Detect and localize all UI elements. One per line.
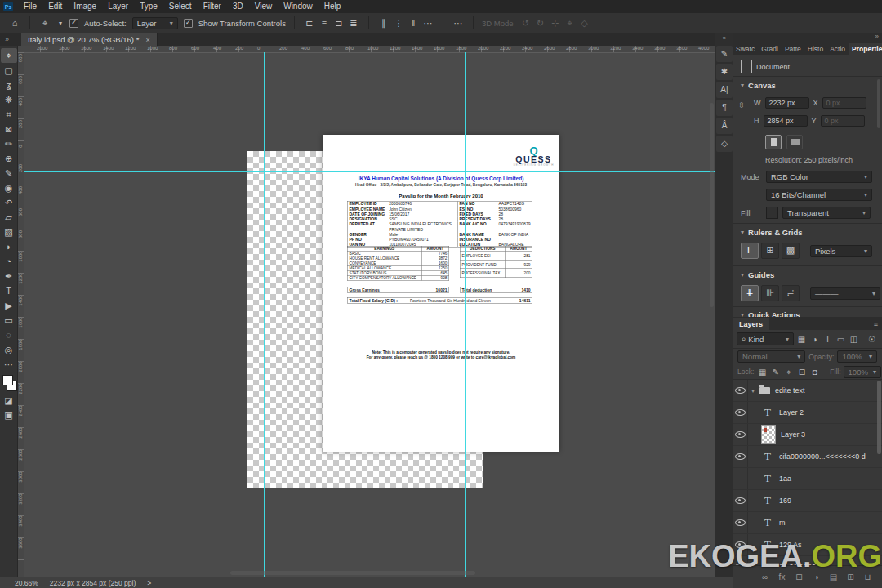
layer-name[interactable]: edite text: [775, 386, 805, 394]
color-swatches[interactable]: [0, 373, 18, 393]
distribute-left-icon[interactable]: ∥: [377, 18, 390, 29]
chevron-down-icon[interactable]: ▾: [741, 271, 744, 278]
rulers-grids-section-header[interactable]: Rulers & Grids: [748, 228, 803, 237]
path-selection-tool[interactable]: ▶: [1, 298, 17, 313]
tab-layers[interactable]: Layers: [733, 318, 769, 330]
menu-item[interactable]: 3D: [227, 0, 249, 13]
toggle-guides-icon[interactable]: ⋕: [741, 285, 759, 301]
eyedropper-tool[interactable]: ✏: [1, 136, 17, 151]
tab-actions[interactable]: Actio: [826, 43, 849, 55]
chevron-down-icon[interactable]: ▾: [57, 20, 64, 27]
menu-item[interactable]: View: [249, 0, 278, 13]
expand-panels-icon[interactable]: »: [5, 35, 9, 43]
tab-properties[interactable]: Properties: [849, 43, 882, 55]
menu-item[interactable]: Image: [68, 0, 102, 13]
fill-swatch[interactable]: [766, 207, 778, 219]
close-icon[interactable]: ×: [145, 36, 149, 44]
history-brush-tool[interactable]: ↶: [1, 195, 17, 210]
layer-visibility-toggle[interactable]: [733, 446, 748, 467]
layer-row[interactable]: Layer 3: [733, 424, 882, 446]
layer-name[interactable]: 169: [779, 497, 791, 505]
distribute-right-icon[interactable]: ‖: [407, 18, 420, 29]
filter-toggle-icon[interactable]: ☉: [866, 333, 878, 345]
opacity-field[interactable]: 100% ▾: [837, 350, 877, 363]
align-left-edges-icon[interactable]: ⊏: [303, 18, 316, 29]
menu-item[interactable]: Window: [278, 0, 318, 13]
quick-selection-tool[interactable]: ❋: [1, 92, 17, 107]
canvas-section-header[interactable]: Canvas: [748, 81, 776, 90]
canvas-area[interactable]: 2000180016001400120010008006004002000200…: [18, 46, 715, 577]
auto-select-context-dropdown[interactable]: Layer ▾: [132, 17, 178, 29]
vertical-guide[interactable]: [264, 52, 265, 577]
collapse-dock-icon[interactable]: »: [875, 33, 879, 40]
status-arrow-icon[interactable]: >: [147, 579, 151, 587]
horizontal-ruler[interactable]: 2000180016001400120010008006004002000200…: [18, 46, 715, 53]
align-horizontal-centers-icon[interactable]: ≡: [318, 18, 331, 29]
menu-item[interactable]: Layer: [102, 0, 134, 13]
dodge-tool[interactable]: ◔: [1, 254, 17, 269]
bit-depth-dropdown[interactable]: 16 Bits/Channel ▾: [766, 189, 872, 201]
layer-visibility-toggle[interactable]: [733, 402, 748, 423]
brush-settings-icon[interactable]: ✎: [716, 46, 733, 62]
menu-item[interactable]: Filter: [198, 0, 227, 13]
ruler-origin[interactable]: [18, 46, 24, 52]
tab-swatches[interactable]: Swatc: [733, 43, 758, 55]
layer-row[interactable]: T1aa: [733, 468, 882, 490]
tab-gradients[interactable]: Gradi: [758, 43, 782, 55]
height-field[interactable]: 2854 px: [764, 115, 808, 127]
filter-shape-layers-icon[interactable]: ▭: [835, 333, 847, 345]
canvas-fill-dropdown[interactable]: Transparent ▾: [782, 207, 871, 219]
3d-orbit-icon[interactable]: ↺: [519, 18, 532, 29]
delete-layer-icon[interactable]: ⊔: [862, 571, 874, 583]
marquee-tool[interactable]: ▢: [1, 63, 17, 78]
expand-dock-icon[interactable]: »: [715, 33, 733, 44]
ruler-units-dropdown[interactable]: Pixels ▾: [810, 245, 872, 257]
lock-pixels-icon[interactable]: ✎: [769, 366, 782, 378]
pen-tool[interactable]: ✒: [1, 269, 17, 283]
layer-row[interactable]: Tm: [733, 512, 882, 534]
zoom-tool[interactable]: ◎: [1, 342, 17, 357]
layer-visibility-toggle[interactable]: [733, 380, 748, 401]
vertical-scrollbar[interactable]: [710, 103, 714, 307]
photoshop-logo-icon[interactable]: Ps: [3, 2, 13, 11]
layer-visibility-toggle[interactable]: [733, 534, 748, 555]
vertical-ruler[interactable]: 8006004002000200400600800100012001400160…: [18, 52, 24, 577]
3d-slide-icon[interactable]: ⌖: [564, 18, 577, 29]
adjustment-layer-icon[interactable]: ◑: [810, 571, 822, 583]
hand-tool[interactable]: ◌: [1, 327, 17, 342]
menu-item[interactable]: Select: [163, 0, 198, 13]
rectangle-tool[interactable]: ▭: [1, 313, 17, 327]
lock-guides-icon[interactable]: ⊪: [761, 285, 779, 301]
layer-filter-dropdown[interactable]: ⌕ Kind ▾: [737, 332, 794, 345]
y-field[interactable]: 0 px: [821, 115, 865, 127]
frame-tool[interactable]: ⊠: [1, 122, 17, 136]
lasso-tool[interactable]: ʓ: [1, 78, 17, 92]
toggle-rulers-icon[interactable]: Γ: [741, 243, 759, 259]
distribute-center-icon[interactable]: ⋮: [392, 18, 405, 29]
menu-item[interactable]: Edit: [42, 0, 68, 13]
home-icon[interactable]: ⌂: [8, 18, 21, 28]
filter-pixel-layers-icon[interactable]: ▦: [795, 333, 808, 345]
lock-position-icon[interactable]: ⌖: [782, 366, 795, 378]
move-tool[interactable]: ⌖: [1, 48, 17, 63]
distribute-spacing-icon[interactable]: ⋯: [421, 18, 434, 29]
toggle-grid-icon[interactable]: ⊞: [761, 243, 779, 259]
layers-scrollbar[interactable]: [877, 381, 881, 454]
layer-name[interactable]: cifa0000000...<<<<<<<0 d: [779, 452, 866, 461]
gradient-tool[interactable]: ▨: [1, 225, 17, 239]
vertical-guide[interactable]: [466, 52, 466, 577]
zoom-level[interactable]: 20.66%: [15, 579, 38, 587]
layers-menu-icon[interactable]: ≡: [870, 318, 882, 330]
guides-section-header[interactable]: Guides: [748, 270, 774, 279]
blend-mode-dropdown[interactable]: Normal ▾: [737, 350, 805, 363]
clear-guides-icon[interactable]: ≓: [782, 285, 800, 301]
libraries-panel-icon[interactable]: ◇: [716, 136, 733, 152]
layer-name[interactable]: 129 As: [779, 541, 802, 549]
auto-select-checkbox[interactable]: ✓: [69, 19, 78, 28]
portrait-orientation-button[interactable]: [765, 135, 782, 149]
more-tools[interactable]: ⋯: [1, 357, 17, 372]
group-expand-icon[interactable]: ▾: [751, 387, 755, 394]
layer-effects-icon[interactable]: fx: [776, 571, 788, 583]
document-tab[interactable]: Italy id.psd @ 20.7% (RGB/16) * ×: [21, 33, 158, 46]
layer-row[interactable]: T169: [733, 490, 882, 512]
